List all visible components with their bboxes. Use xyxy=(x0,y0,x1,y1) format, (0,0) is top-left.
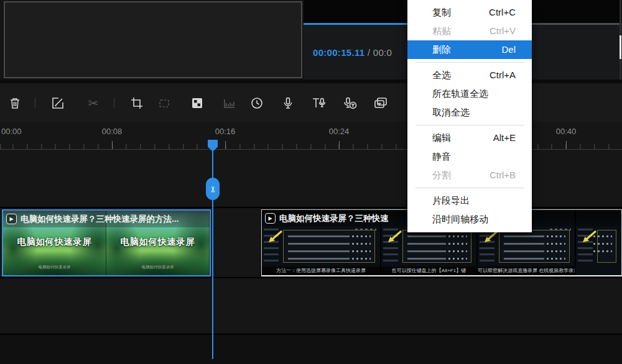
timeline-clip-selected[interactable]: 电脑如何快速录屏 电脑如何快速录屏 电脑如何快速录屏 电脑如何快速录屏 ▶ 电脑… xyxy=(2,209,211,276)
menu-item-edit[interactable]: 编辑 Alt+E xyxy=(407,129,532,147)
text-to-speech-icon xyxy=(311,96,327,111)
menu-separator xyxy=(415,125,524,125)
clip-title: 电脑如何快速录屏？三种快速 xyxy=(279,213,389,224)
menu-item-copy[interactable]: 复制 Ctrl+C xyxy=(407,3,532,22)
voiceover-button[interactable] xyxy=(279,94,297,112)
yellow-arrow-annotation xyxy=(267,230,283,243)
timecode-current: 00:00:15.11 xyxy=(313,47,364,58)
speed-clock-icon xyxy=(249,96,264,111)
ruler-label: 00:08 xyxy=(102,127,123,136)
ruler-label: 00:40 xyxy=(556,127,577,136)
menu-item-deselect-all[interactable]: 取消全选 xyxy=(407,103,532,122)
menu-separator xyxy=(415,62,524,63)
thumb-panel xyxy=(499,230,570,263)
toolbar-separator xyxy=(35,98,35,108)
menu-item-move-along-timeline[interactable]: 沿时间轴移动 xyxy=(407,210,532,229)
timecode-separator: / xyxy=(364,47,373,58)
track-divider xyxy=(0,334,622,335)
menu-separator xyxy=(415,188,524,188)
shortcut-label: Ctrl+A xyxy=(490,66,516,84)
ruler-label: 00:16 xyxy=(215,127,236,136)
audio-wave-icon xyxy=(222,96,237,111)
menu-item-paste[interactable]: 粘贴 Ctrl+V xyxy=(407,22,532,40)
ruler-major-tick xyxy=(112,141,113,149)
context-menu: 复制 Ctrl+C 粘贴 Ctrl+V 删除 Del 全选 Ctrl+A 所在轨… xyxy=(407,0,532,232)
shortcut-label: Ctrl+C xyxy=(489,3,516,22)
thumb-panel xyxy=(283,230,375,263)
yellow-arrow-annotation xyxy=(386,230,402,243)
speech-to-text-icon xyxy=(342,96,358,111)
delete-button[interactable] xyxy=(6,94,24,112)
menu-item-split[interactable]: 分割 Ctrl+B xyxy=(407,166,532,184)
play-icon: ▶ xyxy=(6,214,17,224)
menu-item-mute[interactable]: 静音 xyxy=(407,147,532,166)
timeline-bottom-strip xyxy=(0,335,622,364)
mosaic-button[interactable] xyxy=(188,94,206,112)
scissors-icon: ✂ xyxy=(88,97,99,109)
thumbnail-caption: 可以帮您解决游戏直播录屏 在线视频教学录屏 xyxy=(478,266,575,275)
track-divider xyxy=(0,277,622,278)
thumbnail-subtitle-text: 电脑如何快速录屏 xyxy=(106,265,209,270)
timecode-total: 00:0 xyxy=(373,47,392,58)
text-to-speech-button[interactable] xyxy=(310,94,328,112)
split-scissors-icon: ✂ xyxy=(208,186,218,193)
edit-icon xyxy=(50,96,65,111)
ruler-major-tick xyxy=(339,141,340,149)
thumbnail-caption: 也可以按住键盘上的【Alt+F1】键 xyxy=(381,266,476,275)
shortcut-label: Del xyxy=(501,40,516,59)
yellow-arrow-annotation xyxy=(581,230,597,243)
menu-item-delete[interactable]: 删除 Del xyxy=(407,40,532,59)
media-panel xyxy=(4,1,302,78)
thumb-panel xyxy=(402,230,471,263)
delete-icon xyxy=(7,96,22,111)
subtitle-button[interactable] xyxy=(372,94,389,112)
thumbnail-title-text: 电脑如何快速录屏 xyxy=(3,237,106,248)
video-editor-app: 00:00:15.11 / 00:0 ✂ xyxy=(0,0,622,364)
ruler-major-tick xyxy=(566,141,567,149)
speech-to-text-button[interactable] xyxy=(341,94,359,112)
split-handle[interactable]: ✂ xyxy=(206,178,220,200)
microphone-icon xyxy=(281,96,295,111)
thumbnail-subtitle-text: 电脑如何快速录屏 xyxy=(3,265,106,270)
ruler-major-tick xyxy=(225,141,226,149)
edit-button[interactable] xyxy=(49,94,67,112)
ruler-label: 00:00 xyxy=(1,127,22,136)
resize-selection-icon xyxy=(157,96,172,111)
scissors-button[interactable]: ✂ xyxy=(85,94,102,112)
crop-button[interactable] xyxy=(128,94,146,112)
speed-button[interactable] xyxy=(248,94,266,112)
toolbar-separator xyxy=(114,98,114,108)
audio-wave-button[interactable] xyxy=(221,94,238,112)
shortcut-label: Alt+E xyxy=(493,129,516,147)
shortcut-label: Ctrl+V xyxy=(490,22,516,40)
clip-title: 电脑如何快速录屏？三种快速录屏的方法... xyxy=(21,214,179,225)
timecode-display: 00:00:15.11 / 00:0 xyxy=(313,47,392,58)
crop-icon xyxy=(129,96,144,111)
clip-header: ▶ 电脑如何快速录屏？三种快速录屏的方法... xyxy=(3,211,210,227)
menu-item-export-clip[interactable]: 片段导出 xyxy=(407,191,532,210)
thumbnail-caption: 方法一：使用迅捷屏幕录像工具快速录屏 xyxy=(262,266,380,275)
mosaic-icon xyxy=(190,96,205,111)
play-icon: ▶ xyxy=(265,213,276,224)
menu-item-select-all[interactable]: 全选 Ctrl+A xyxy=(407,66,532,84)
thumb-panel xyxy=(597,230,616,263)
ruler-label: 00:24 xyxy=(329,127,350,136)
menu-item-select-all-in-track[interactable]: 所在轨道全选 xyxy=(407,84,532,103)
preview-scrollbar-thumb[interactable] xyxy=(620,35,621,59)
resize-button[interactable] xyxy=(156,94,173,112)
thumbnail-title-text: 电脑如何快速录屏 xyxy=(106,237,209,248)
subtitle-icon xyxy=(373,96,389,111)
preview-scrollbar[interactable] xyxy=(620,0,621,81)
shortcut-label: Ctrl+B xyxy=(490,166,516,184)
